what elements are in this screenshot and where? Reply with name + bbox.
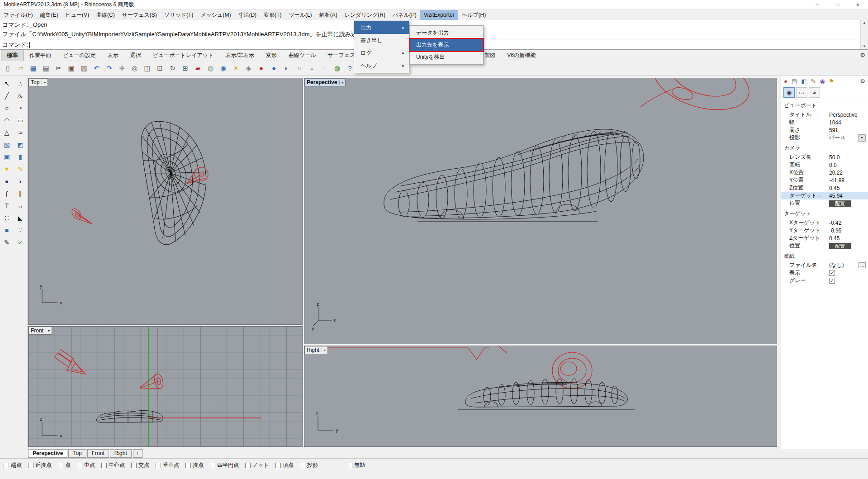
toolbar-tab[interactable]: 標準 (1, 50, 24, 62)
menu-item[interactable]: 解析(A) (316, 10, 341, 20)
copy-icon[interactable]: ▣ (65, 62, 77, 74)
print-icon[interactable]: ▤ (40, 62, 52, 74)
layer-state-icon[interactable]: ◉ (217, 62, 229, 74)
sphere-icon[interactable]: ● (1, 175, 13, 187)
viewport-front[interactable]: Front ▾ z x (28, 326, 303, 447)
osnap-checkbox[interactable] (185, 463, 191, 468)
viewport-top[interactable]: Top ▾ y x (28, 78, 303, 325)
menu-item[interactable]: 変形(T) (260, 10, 285, 20)
text-icon[interactable]: T (1, 200, 13, 211)
osnap-checkbox[interactable] (101, 463, 107, 468)
menu-item[interactable]: ソリッド(T) (161, 10, 197, 20)
property-row[interactable]: Xターゲット -0.42 (781, 219, 868, 227)
shaded-mode-icon[interactable]: ◐ (280, 62, 293, 74)
curve-edit-icon[interactable]: ∫ (1, 188, 13, 199)
osnap-checkbox[interactable] (245, 463, 251, 468)
osnap-checkbox[interactable] (77, 463, 82, 468)
toolbar-tab[interactable]: 作業平面 (24, 50, 57, 62)
combo-arrow-icon[interactable]: ▾ (858, 134, 866, 142)
menu-item[interactable]: VizitExporter (420, 10, 458, 20)
viewport-tab[interactable]: Front (87, 449, 109, 458)
zoom-icon[interactable]: ◎ (128, 62, 141, 74)
osnap-disable-toggle[interactable]: 無効 (347, 461, 365, 469)
menu-option[interactable]: 書き出し (354, 34, 409, 47)
polygon-icon[interactable]: △ (1, 127, 13, 138)
cylinder-icon[interactable]: ▮ (14, 151, 27, 162)
points-icon[interactable]: ∴ (14, 78, 27, 89)
boolean-icon[interactable]: ✶ (1, 163, 13, 175)
array-icon[interactable]: ∷ (1, 212, 13, 223)
osnap-checkbox[interactable] (275, 463, 281, 468)
ghosted-mode-icon[interactable]: ○ (293, 62, 305, 74)
menu-item[interactable]: 編集(E) (36, 10, 62, 20)
menu-item[interactable]: メッシュ(M) (197, 10, 234, 20)
osnap-toggle[interactable]: 投影 (300, 461, 318, 469)
viewport-title-top[interactable]: Top ▾ (28, 78, 48, 86)
osnap-checkbox[interactable] (347, 463, 352, 468)
minimize-button[interactable]: ─ (807, 0, 827, 9)
menu-item[interactable]: ビュー(V) (62, 10, 93, 20)
property-row[interactable]: 投影 パース ▾ (781, 134, 868, 142)
osnap-toggle[interactable]: 接点 (185, 461, 204, 469)
surface-icon[interactable]: ▧ (1, 139, 13, 150)
grid-icon[interactable]: ⊞ (179, 62, 191, 74)
chevron-down-icon[interactable]: ▾ (322, 348, 326, 352)
property-row[interactable]: Z位置 0.45 (781, 184, 868, 192)
menu-item[interactable]: ファイル(F) (0, 10, 36, 20)
viewport-tab[interactable]: Top (68, 449, 86, 458)
chevron-down-icon[interactable]: ▾ (46, 329, 50, 333)
property-row[interactable]: ターゲット... 45.94 (781, 192, 868, 199)
viewport-tab[interactable]: Right (110, 449, 132, 458)
property-row[interactable]: 高さ 591 (781, 126, 868, 134)
grid-dots-icon[interactable]: ∵ (14, 224, 27, 236)
toolbar-tab[interactable]: 表示 (102, 50, 124, 62)
circle-icon[interactable]: ○ (1, 102, 13, 114)
render-red-ball-icon[interactable]: ● (255, 62, 267, 74)
toolbar-tab[interactable]: ビューポートレイアウト (147, 50, 220, 62)
property-row[interactable]: レンズ長 50.0 (781, 153, 868, 161)
osnap-toggle[interactable]: 近接点 (28, 461, 52, 469)
checkbox[interactable]: ✓ (829, 278, 835, 284)
panel-tools-icon[interactable]: ⚙ (860, 78, 865, 85)
osnap-toggle[interactable]: 垂直点 (156, 461, 179, 469)
redo-icon[interactable]: ↷ (103, 62, 115, 74)
property-row[interactable]: 幅 1044 (781, 119, 868, 126)
osnap-toggle[interactable]: 点 (58, 461, 71, 469)
close-button[interactable]: ✕ (848, 0, 868, 9)
browse-button[interactable]: ... (859, 262, 866, 268)
submenu-option[interactable]: データを出力 (410, 27, 483, 39)
xray-mode-icon[interactable]: ◒ (306, 62, 318, 74)
osnap-checkbox[interactable] (156, 463, 161, 468)
wallpaper-button[interactable]: ▭ (796, 87, 807, 98)
toolbar-tab[interactable]: 表示/非表示 (219, 50, 260, 62)
osnap-checkbox[interactable] (131, 463, 137, 468)
check-icon[interactable]: ✓ (14, 237, 27, 248)
curve-tools-icon[interactable]: ≈ (14, 127, 27, 138)
scroll-up-icon[interactable]: ▲ (863, 21, 866, 25)
car-icon[interactable]: ▰ (192, 62, 204, 74)
menu-item[interactable]: サーフェス(S) (119, 10, 161, 20)
submenu-option[interactable]: 出力先を表示 (410, 39, 483, 51)
polyline-icon[interactable]: ╱ (1, 90, 13, 101)
property-row[interactable]: Yターゲット -0.95 (781, 227, 868, 234)
box-icon[interactable]: ▣ (1, 151, 13, 162)
undo-icon[interactable]: ↶ (90, 62, 103, 74)
osnap-toggle[interactable]: ノット (245, 461, 269, 469)
orientation-button[interactable]: ◕ (809, 87, 820, 98)
zoom-window-icon[interactable]: ◫ (141, 62, 153, 74)
chevron-down-icon[interactable]: ▾ (339, 81, 343, 85)
menu-item[interactable]: ツール(L) (285, 10, 315, 20)
osnap-toggle[interactable]: 端点 (4, 461, 22, 469)
toolbar-tab[interactable]: ビューの設定 (57, 50, 102, 62)
menu-option[interactable]: ログ ▸ (354, 47, 409, 59)
new-file-icon[interactable]: ▯ (2, 62, 14, 74)
globe-icon[interactable]: ◍ (331, 62, 343, 74)
arc-icon[interactable]: ◠ (1, 114, 13, 126)
osnap-checkbox[interactable] (300, 463, 305, 468)
annotate-icon[interactable]: ✎ (14, 163, 27, 175)
rectangle-icon[interactable]: ▭ (14, 114, 27, 126)
viewport-title-right[interactable]: Right ▾ (304, 346, 328, 354)
viewport-tab[interactable]: Perspective (28, 449, 67, 458)
properties-icon[interactable]: ● (784, 78, 787, 85)
rotate-view-icon[interactable]: ↻ (166, 62, 179, 74)
